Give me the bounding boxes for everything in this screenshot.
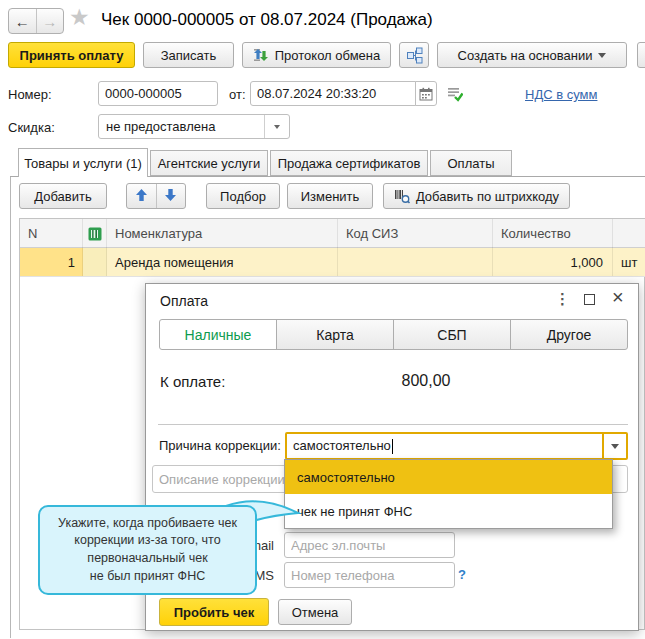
tab-goods-services[interactable]: Товары и услуги (1) xyxy=(18,148,148,177)
number-input[interactable] xyxy=(98,81,218,106)
nav-group: ← → xyxy=(8,8,64,34)
tab-agent-services[interactable]: Агентские услуги xyxy=(150,150,268,176)
move-down-button[interactable] xyxy=(157,184,186,208)
tooltip-line: не был принят ФНС xyxy=(90,568,205,586)
row-cell-n: 1 xyxy=(20,248,83,276)
email-input[interactable] xyxy=(284,532,455,558)
maximize-icon[interactable] xyxy=(584,294,595,305)
discount-value: не предоставлена xyxy=(99,119,264,134)
discount-dropdown-button[interactable] xyxy=(264,115,289,138)
header-cell-siz-code[interactable]: Код СИЗ xyxy=(338,219,493,248)
row-cell-nomenclature: Аренда помещения xyxy=(107,248,338,276)
add-row-button[interactable]: Добавить xyxy=(19,183,107,209)
save-label: Записать xyxy=(161,48,217,63)
page-title: Чек 0000-000005 от 08.07.2024 (Продажа) xyxy=(101,10,433,30)
header-cell-unit[interactable] xyxy=(613,219,645,248)
arrow-up-icon xyxy=(135,188,148,205)
correction-reason-dropdown-list: самостоятельно чек не принят ФНС xyxy=(284,459,613,529)
application-window: ← → ★ Чек 0000-000005 от 08.07.2024 (Про… xyxy=(0,0,645,639)
payment-tab-card[interactable]: Карта xyxy=(276,319,394,350)
payment-tab-label: Карта xyxy=(316,327,353,343)
header-label: Количество xyxy=(501,226,571,241)
dropdown-item-selected[interactable]: самостоятельно xyxy=(285,460,612,494)
move-buttons-group xyxy=(126,183,186,209)
dialog-title: Оплата xyxy=(160,293,208,309)
divider xyxy=(158,424,628,425)
discount-combobox[interactable]: не предоставлена xyxy=(98,114,290,139)
comment-check-icon[interactable] xyxy=(446,85,463,105)
exchange-arrows-icon xyxy=(253,47,269,63)
discount-label: Скидка: xyxy=(8,120,55,135)
text-cursor xyxy=(392,439,393,454)
header-label: Код СИЗ xyxy=(346,226,398,241)
tooltip-line: коррекции из-за того, что xyxy=(74,532,220,550)
document-structure-button[interactable] xyxy=(399,42,429,68)
cell-value: 1 xyxy=(68,255,75,270)
header-cell-n[interactable]: N xyxy=(20,219,83,248)
save-button[interactable]: Записать xyxy=(143,42,234,68)
row-cell-marking xyxy=(83,248,107,276)
payment-tab-sbp[interactable]: СБП xyxy=(393,319,511,350)
edit-button[interactable]: Изменить xyxy=(287,183,373,209)
help-icon[interactable]: ? xyxy=(458,567,466,582)
barcode-scan-icon xyxy=(394,189,410,204)
correction-reason-dropdown-button[interactable] xyxy=(602,434,626,458)
payment-tab-label: Другое xyxy=(547,327,591,343)
submit-label: Пробить чек xyxy=(174,605,255,620)
cell-value: шт xyxy=(621,255,637,270)
calendar-icon xyxy=(419,87,433,101)
add-by-barcode-label: Добавить по штрихкоду xyxy=(416,189,559,204)
arrow-down-icon xyxy=(164,188,177,205)
create-based-on-label: Создать на основании xyxy=(458,48,593,63)
dropdown-item[interactable]: чек не принят ФНС xyxy=(285,494,612,528)
row-cell-quantity: 1,000 xyxy=(493,248,613,276)
move-up-button[interactable] xyxy=(127,184,157,208)
pick-label: Подбор xyxy=(220,189,266,204)
form-group-left-border xyxy=(10,176,11,638)
date-input[interactable] xyxy=(250,81,416,106)
calendar-button[interactable] xyxy=(415,81,437,106)
dropdown-item-label: чек не принят ФНС xyxy=(297,504,412,519)
correction-reason-combobox[interactable]: самостоятельно xyxy=(285,432,628,460)
accept-payment-button[interactable]: Принять оплату xyxy=(8,42,135,68)
payment-tab-cash[interactable]: Наличные xyxy=(159,319,277,350)
exchange-protocol-button[interactable]: Протокол обмена xyxy=(242,42,391,68)
toolbar-partial-button[interactable] xyxy=(637,42,645,68)
vat-link[interactable]: НДС в сумм xyxy=(525,87,597,102)
tab-payments[interactable]: Оплаты xyxy=(430,150,512,176)
marking-barcode-icon xyxy=(88,227,102,241)
favorite-star-icon[interactable]: ★ xyxy=(69,4,90,31)
exchange-protocol-label: Протокол обмена xyxy=(275,48,381,63)
back-arrow-icon: ← xyxy=(15,13,30,30)
header-cell-marking[interactable] xyxy=(83,219,107,248)
sms-input[interactable] xyxy=(284,562,455,588)
header-cell-quantity[interactable]: Количество xyxy=(493,219,613,248)
row-cell-siz-code xyxy=(338,248,493,276)
more-actions-icon[interactable]: ⋮ xyxy=(555,290,570,308)
submit-check-button[interactable]: Пробить чек xyxy=(159,598,269,626)
cancel-label: Отмена xyxy=(292,605,339,620)
chevron-down-icon xyxy=(611,444,619,449)
to-pay-label: К оплате: xyxy=(160,373,225,390)
tab-label: Товары и услуги (1) xyxy=(24,156,142,171)
cancel-button[interactable]: Отмена xyxy=(278,599,352,625)
create-based-on-button[interactable]: Создать на основании xyxy=(437,42,627,68)
correction-reason-value-wrap: самостоятельно xyxy=(287,438,602,454)
pick-button[interactable]: Подбор xyxy=(206,183,280,209)
tab-label: Оплаты xyxy=(448,156,495,171)
forward-button[interactable]: → xyxy=(37,9,64,33)
payment-tab-other[interactable]: Другое xyxy=(510,319,628,350)
header-cell-nomenclature[interactable]: Номенклатура xyxy=(107,219,338,248)
tab-certificates[interactable]: Продажа сертификатов xyxy=(270,150,428,176)
cell-value: Аренда помещения xyxy=(115,255,233,270)
forward-arrow-icon: → xyxy=(42,13,57,30)
chevron-down-icon xyxy=(274,125,280,129)
add-by-barcode-button[interactable]: Добавить по штрихкоду xyxy=(383,183,570,209)
row-cell-unit: шт xyxy=(613,248,645,276)
correction-reason-value: самостоятельно xyxy=(293,438,391,453)
structure-icon xyxy=(406,47,423,64)
close-icon[interactable]: × xyxy=(612,286,624,309)
edit-label: Изменить xyxy=(301,189,360,204)
row-bottom-border xyxy=(20,276,645,277)
back-button[interactable]: ← xyxy=(9,9,37,33)
